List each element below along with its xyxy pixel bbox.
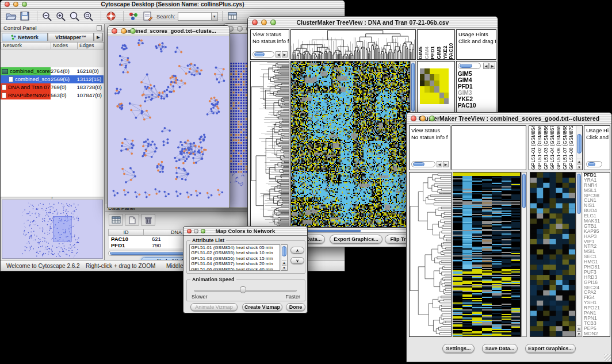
matrix-cell[interactable] [434,93,439,98]
export-graphics-button[interactable]: Export Graphics... [330,235,382,244]
minimize-icon[interactable] [237,26,243,32]
matrix-cell[interactable] [420,81,424,86]
move-down-button[interactable]: ∨ [290,257,304,264]
scrollbar-thumb[interactable] [588,162,595,166]
matrix-cell[interactable] [420,74,424,80]
attribute-item[interactable]: GPL51-06 (GSM865) heat shock 40 min [190,267,280,271]
matrix-cell[interactable] [424,68,429,74]
gene-list-item[interactable]: FIG4 [583,295,610,300]
minimize-icon[interactable] [13,2,18,7]
scroll-left-icon[interactable]: ◀ [437,161,442,167]
column-header-network[interactable]: Network [1,42,51,49]
matrix-cell[interactable] [439,68,444,74]
matrix-cell[interactable] [434,74,439,80]
minimize-icon[interactable] [194,229,198,233]
annotation-icon[interactable] [141,11,153,21]
network-table-row[interactable]: DNA and Tran 07769(0)183728(0) [1,83,104,91]
matrix-cell[interactable] [420,68,424,74]
gene-list-item[interactable]: SEC24 [583,285,610,290]
matrix-cell[interactable] [424,98,429,104]
animate-vizmap-button[interactable]: Animate Vizmap [190,303,238,311]
gene-list-item[interactable]: PFD1 [583,173,610,178]
gene-list-item[interactable]: GTB1 [583,224,610,229]
attribute-list-vscrollbar[interactable]: ▲ ▼ [281,244,288,271]
zoom-out-icon[interactable] [41,11,53,21]
matrix-cell[interactable] [439,74,444,80]
minimize-icon[interactable] [261,20,267,25]
column-label[interactable]: YKE2 [442,30,449,59]
tab-network[interactable]: Network [2,33,48,41]
matrix-cell[interactable] [444,68,449,74]
vizmapper-icon[interactable] [128,11,139,21]
zoom-in-icon[interactable] [55,11,67,21]
gene-list-item[interactable]: YSH1 [583,300,610,305]
create-vizmap-button[interactable]: Create Vizmap [242,303,282,311]
gene-list-item[interactable]: YRA1 [583,178,610,183]
matrix-cell[interactable] [439,98,444,104]
network-name-cell[interactable]: DNA and Tran 07 [1,83,51,91]
column-label[interactable]: GPL51-06 (GSM865) [556,126,562,170]
zoom-window-icon[interactable] [270,20,276,25]
chevron-down-icon[interactable]: ▼ [211,13,217,20]
row-label[interactable]: PFD1 [457,83,496,90]
matrix-cell[interactable] [420,98,424,104]
matrix-cell[interactable] [444,74,449,80]
column-label[interactable]: GPL51-07 (GSM868) [562,126,568,170]
matrix-cell[interactable] [444,86,449,92]
gene-list-item[interactable]: MSI1 [583,249,610,254]
zoom-window-icon[interactable] [429,116,435,121]
scroll-up-icon[interactable]: ▲ [282,260,286,265]
close-icon[interactable] [252,20,258,25]
tab-vizmapper[interactable]: VizMapper™ [48,33,94,41]
gene-list-item[interactable]: SEC1 [583,254,610,259]
attribute-item[interactable]: GPL51-01 (GSM854) heat shock 05 min [190,245,280,250]
close-icon[interactable] [411,116,416,121]
resize-grip[interactable] [604,354,611,361]
attribute-list[interactable]: GPL51-01 (GSM854) heat shock 05 minGPL51… [189,244,280,271]
view-status-hscrollbar[interactable] [253,51,274,58]
gene-list-item[interactable]: MSL1 [583,188,610,193]
gene-list-item[interactable]: HAP3 [583,234,610,239]
gene-list-item[interactable]: ELG1 [583,213,610,219]
gene-list-item[interactable]: MAK31 [583,219,610,224]
column-header-edges[interactable]: Edges [78,42,104,49]
search-combobox[interactable]: ▼ [178,12,218,21]
scroll-down-icon[interactable]: ▼ [577,164,582,170]
column-label[interactable]: GPL51-01 (GSM854) [530,126,537,170]
scrollbar-thumb[interactable] [522,174,526,208]
matrix-cell[interactable] [424,86,429,92]
main-titlebar[interactable]: Cytoscape Desktop (Session Name: collins… [1,1,345,9]
scroll-right-icon[interactable]: ▶ [443,161,449,167]
matrix-cell[interactable] [430,68,434,74]
gene-list-item[interactable]: RPO21 [583,305,610,311]
column-label[interactable]: GPL51-04 (GSM857) [549,126,556,170]
matrix-cell[interactable] [439,86,444,92]
scroll-up-icon[interactable]: ▲ [577,325,581,331]
scroll-down-icon[interactable]: ▼ [577,331,581,336]
zoom-fit-icon[interactable] [69,11,81,21]
gene-list-item[interactable]: HRD3 [583,275,610,280]
gene-list-item[interactable]: HMG1 [583,259,610,265]
attribute-item[interactable]: GPL51-03 (GSM856) heat shock 15 min [190,256,280,261]
matrix-cell[interactable] [439,81,444,86]
close-icon[interactable] [5,2,10,7]
matrix-cell[interactable] [424,81,429,86]
network-name-cell[interactable]: combined_sco [1,75,51,83]
gene-list-item[interactable]: MON2 [583,331,610,336]
network-graph-canvas[interactable] [108,36,229,207]
scrollbar-thumb[interactable] [254,52,265,56]
column-dendrogram-panel[interactable] [452,125,526,170]
gene-list-item[interactable]: PUF3 [583,270,610,275]
matrix-cell[interactable] [434,86,439,92]
help-lifering-icon[interactable] [105,11,117,21]
tab-overflow-icon[interactable]: ▶ [94,33,103,41]
gene-list-item[interactable]: KAP95 [583,229,610,234]
search-input[interactable] [178,13,211,20]
scrollbar-thumb[interactable] [411,63,415,112]
gene-list-item[interactable]: VIP1 [583,239,610,244]
zoom-window-icon[interactable] [201,229,205,233]
scrollbar-thumb[interactable] [282,246,286,256]
gene-list-item[interactable]: CLN1 [583,198,610,203]
panel-splitter[interactable]: ▴ [1,197,104,198]
row-label[interactable]: GIM4 [457,77,496,83]
